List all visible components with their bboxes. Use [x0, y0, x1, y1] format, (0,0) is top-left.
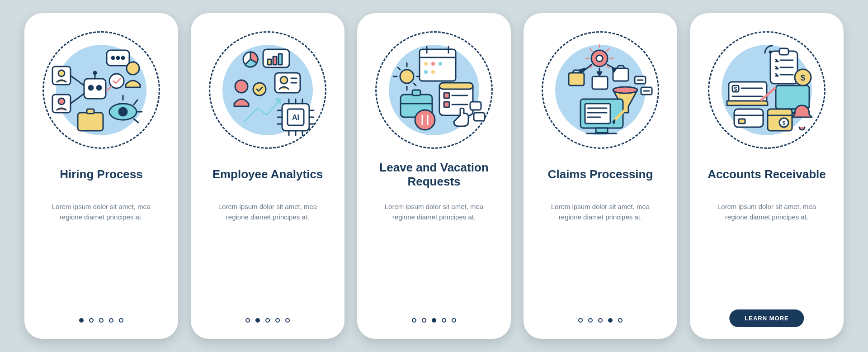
svg-rect-139 [739, 119, 745, 124]
card-title: Employee Analytics [212, 160, 323, 189]
svg-rect-79 [444, 102, 449, 107]
page-dot[interactable] [422, 318, 426, 323]
page-dot[interactable] [442, 318, 446, 323]
svg-line-4 [71, 76, 84, 86]
hiring-process-icon [42, 31, 160, 149]
page-dot[interactable] [99, 318, 104, 323]
card-description: Lorem ipsum dolor sit amet, mea regione … [371, 202, 497, 222]
accounts-receivable-icon: $ $ $ [708, 31, 826, 149]
svg-text:$: $ [734, 86, 737, 92]
page-dot[interactable] [245, 318, 250, 323]
svg-point-62 [400, 70, 414, 83]
svg-text:$: $ [801, 73, 805, 82]
card-title: Accounts Receivable [708, 160, 826, 189]
card-description: Lorem ipsum dolor sit amet, mea regione … [38, 202, 165, 222]
svg-point-7 [89, 86, 93, 90]
svg-rect-77 [444, 93, 449, 98]
page-dot[interactable] [275, 318, 280, 323]
page-dot[interactable] [285, 318, 290, 323]
svg-point-32 [280, 76, 288, 84]
claims-processing-icon [542, 31, 659, 149]
svg-text:AI: AI [292, 114, 299, 121]
svg-point-15 [127, 62, 139, 75]
page-indicator [578, 318, 623, 323]
svg-rect-28 [268, 59, 271, 65]
onboarding-card: Claims Processing Lorem ipsum dolor sit … [524, 13, 677, 339]
svg-point-59 [439, 62, 442, 66]
employee-analytics-icon: AI [209, 31, 326, 149]
svg-point-13 [117, 57, 119, 59]
page-dot[interactable] [588, 318, 593, 323]
svg-rect-29 [273, 57, 277, 65]
onboarding-card: $ $ $ [690, 13, 844, 339]
onboarding-card: Hiring Process Lorem ipsum dolor sit ame… [24, 13, 178, 339]
svg-line-23 [134, 100, 137, 105]
svg-marker-97 [580, 68, 585, 72]
card-description: Lorem ipsum dolor sit amet, mea regione … [703, 202, 830, 222]
svg-point-84 [596, 55, 603, 62]
svg-rect-137 [734, 109, 763, 127]
svg-rect-112 [596, 128, 608, 133]
svg-point-61 [431, 70, 435, 74]
svg-point-57 [424, 62, 428, 66]
page-dot[interactable] [119, 318, 123, 323]
page-dot[interactable] [79, 318, 84, 323]
card-description: Lorem ipsum dolor sit amet, mea regione … [537, 202, 664, 222]
onboarding-screens: Hiring Process Lorem ipsum dolor sit ame… [24, 13, 844, 339]
svg-point-12 [112, 57, 114, 59]
svg-line-89 [590, 49, 592, 51]
svg-point-58 [431, 62, 435, 66]
svg-rect-82 [474, 113, 485, 121]
card-title: Leave and Vacation Requests [371, 160, 497, 189]
svg-point-35 [235, 80, 248, 93]
page-dot[interactable] [578, 318, 583, 323]
page-dot[interactable] [265, 318, 270, 323]
svg-rect-81 [470, 102, 481, 110]
card-title: Hiring Process [60, 160, 143, 189]
page-indicator [79, 318, 123, 323]
svg-rect-70 [412, 90, 420, 95]
svg-rect-95 [592, 76, 608, 89]
card-title: Claims Processing [548, 160, 653, 189]
page-dot[interactable] [452, 318, 456, 323]
svg-rect-18 [78, 113, 103, 131]
svg-point-21 [119, 108, 127, 116]
page-dot[interactable] [109, 318, 113, 323]
svg-text:$: $ [783, 120, 786, 126]
svg-point-1 [58, 70, 65, 76]
svg-rect-117 [779, 48, 788, 55]
svg-point-102 [613, 87, 637, 93]
page-dot[interactable] [432, 318, 436, 323]
svg-point-14 [122, 57, 124, 59]
svg-point-60 [424, 70, 428, 74]
learn-more-button[interactable]: LEARN MORE [729, 309, 804, 327]
svg-point-121 [769, 51, 771, 53]
svg-rect-30 [278, 54, 282, 65]
svg-point-10 [94, 71, 96, 74]
leave-vacation-icon [375, 31, 493, 149]
page-dot[interactable] [608, 318, 613, 323]
page-dot[interactable] [89, 318, 94, 323]
svg-marker-101 [597, 72, 602, 76]
svg-line-25 [134, 119, 138, 123]
svg-line-91 [607, 49, 609, 51]
svg-line-5 [71, 94, 84, 104]
onboarding-card: AI Employee Analytics Lorem ipsum dolor … [191, 13, 344, 339]
svg-rect-19 [87, 109, 94, 114]
svg-rect-93 [569, 73, 584, 86]
svg-line-68 [414, 83, 416, 86]
page-dot[interactable] [598, 318, 603, 323]
svg-point-72 [415, 110, 435, 130]
page-indicator [412, 318, 456, 323]
svg-rect-6 [84, 79, 106, 99]
svg-line-17 [107, 86, 111, 91]
svg-rect-76 [439, 83, 473, 89]
svg-point-3 [58, 98, 65, 105]
onboarding-card: Leave and Vacation Requests Lorem ipsum … [357, 13, 511, 339]
page-dot[interactable] [255, 318, 260, 323]
svg-point-8 [97, 86, 101, 90]
card-description: Lorem ipsum dolor sit amet, mea regione … [204, 202, 331, 222]
page-dot[interactable] [618, 318, 623, 323]
page-dot[interactable] [412, 318, 416, 323]
page-indicator [245, 318, 290, 323]
